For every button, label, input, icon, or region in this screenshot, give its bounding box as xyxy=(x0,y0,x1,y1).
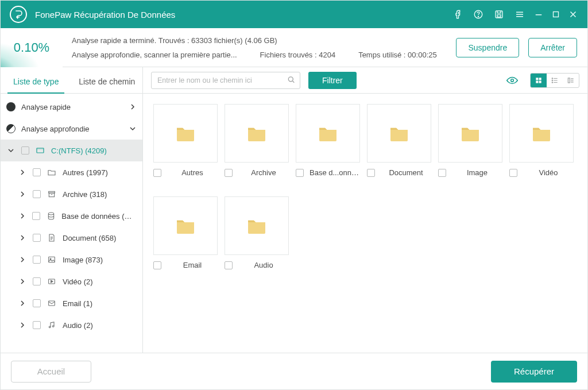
tree-item-video[interactable]: Vidéo (2) xyxy=(1,271,142,292)
content-toolbar: Filtrer xyxy=(143,67,587,94)
folder-card[interactable]: Vidéo xyxy=(509,104,574,177)
svg-point-23 xyxy=(552,80,552,80)
tree-label: Archive (318) xyxy=(63,190,107,199)
tree-label: Analyse approfondie xyxy=(21,125,90,133)
chevron-down-icon xyxy=(130,125,136,133)
svg-rect-25 xyxy=(568,78,570,82)
save-icon[interactable] xyxy=(489,1,509,28)
svg-rect-10 xyxy=(49,257,55,262)
recover-button[interactable]: Récupérer xyxy=(491,361,577,383)
tree-label: Email (1) xyxy=(63,299,92,308)
tree-item-archive[interactable]: Archive (318) xyxy=(1,183,142,205)
help-icon[interactable] xyxy=(468,1,489,28)
checkbox[interactable] xyxy=(33,168,41,176)
folder-icon xyxy=(245,121,268,146)
tab-path-list[interactable]: Liste de chemin xyxy=(72,77,143,93)
folder-thumb xyxy=(438,104,502,163)
minimize-button[interactable] xyxy=(530,1,547,28)
tree-label: Base de données (358) xyxy=(61,212,136,221)
maximize-button[interactable] xyxy=(547,1,564,28)
folder-thumb xyxy=(296,104,360,163)
svg-rect-21 xyxy=(539,80,541,83)
tree-item-email[interactable]: Email (1) xyxy=(1,292,142,314)
view-detail-button[interactable] xyxy=(563,74,579,87)
checkbox[interactable] xyxy=(509,169,517,177)
tree-label: Audio (2) xyxy=(63,321,93,330)
checkbox[interactable] xyxy=(438,169,446,177)
status-line-2: Analyse approfondie, scanner la première… xyxy=(72,51,237,59)
checkbox[interactable] xyxy=(32,212,40,220)
checkbox[interactable] xyxy=(33,277,41,285)
view-list-button[interactable] xyxy=(547,74,563,87)
tree-item-database[interactable]: Base de données (358) xyxy=(1,205,142,227)
chevron-right-icon xyxy=(18,300,27,306)
folder-label: Email xyxy=(167,261,218,269)
status-line-1: Analyse rapide a terminé. Trouvés : 6330… xyxy=(72,36,456,45)
home-button[interactable]: Accueil xyxy=(11,361,91,383)
checkbox[interactable] xyxy=(153,261,161,269)
chevron-right-icon xyxy=(18,235,27,241)
files-found: Fichiers trouvés : 4204 xyxy=(260,51,336,59)
tab-type-list[interactable]: Liste de type xyxy=(1,77,72,93)
close-button[interactable] xyxy=(564,1,582,28)
preview-icon[interactable] xyxy=(506,74,519,87)
tree-item-autres[interactable]: Autres (1997) xyxy=(1,161,142,183)
svg-rect-13 xyxy=(49,301,55,306)
view-grid-button[interactable] xyxy=(531,74,547,87)
checkbox[interactable] xyxy=(33,321,41,329)
folder-card[interactable]: Email xyxy=(153,196,218,269)
svg-rect-20 xyxy=(536,80,538,83)
stop-button[interactable]: Arrêter xyxy=(528,38,577,57)
search-input[interactable] xyxy=(151,72,300,89)
svg-rect-19 xyxy=(539,78,541,80)
checkbox[interactable] xyxy=(33,234,41,242)
folder-card[interactable]: Audio xyxy=(225,196,289,269)
svg-point-1 xyxy=(478,16,478,17)
tree-item-document[interactable]: Document (658) xyxy=(1,227,142,249)
folder-icon xyxy=(530,121,553,146)
checkbox[interactable] xyxy=(33,299,41,307)
folder-card[interactable]: Archive xyxy=(225,104,289,177)
app-title: FonePaw Récupération De Données xyxy=(35,10,175,20)
view-mode-switch xyxy=(530,73,579,88)
facebook-icon[interactable] xyxy=(447,1,468,28)
folder-card[interactable]: Base d...onnées xyxy=(296,104,360,177)
checkbox[interactable] xyxy=(225,169,233,177)
video-icon xyxy=(47,277,57,286)
svg-rect-4 xyxy=(554,12,559,17)
pause-button[interactable]: Suspendre xyxy=(456,38,519,57)
menu-icon[interactable] xyxy=(509,1,530,28)
tree-label: C:(NTFS) (4209) xyxy=(51,146,107,155)
svg-point-14 xyxy=(49,326,51,328)
folder-label: Base d...onnées xyxy=(310,168,360,177)
folder-card[interactable]: Image xyxy=(438,104,502,177)
checkbox[interactable] xyxy=(225,261,233,269)
folder-icon xyxy=(174,214,197,238)
svg-point-22 xyxy=(552,78,552,78)
folder-thumb xyxy=(225,104,289,163)
folder-icon xyxy=(459,121,482,146)
checkbox[interactable] xyxy=(33,256,41,264)
svg-rect-8 xyxy=(49,193,54,197)
drive-icon xyxy=(35,146,45,155)
email-icon xyxy=(47,299,57,308)
folder-card[interactable]: Document xyxy=(367,104,431,177)
checkbox[interactable] xyxy=(296,169,304,177)
checkbox[interactable] xyxy=(153,169,161,177)
tree-item-audio[interactable]: Audio (2) xyxy=(1,314,142,336)
checkbox[interactable] xyxy=(367,169,375,177)
tree-item-image[interactable]: Image (873) xyxy=(1,249,142,271)
checkbox[interactable] xyxy=(21,146,29,155)
database-icon xyxy=(46,211,56,221)
progress-percent: 0.10% xyxy=(14,40,49,55)
tree-label: Vidéo (2) xyxy=(63,277,93,286)
folder-card[interactable]: Autres xyxy=(153,104,218,177)
tree-deep-scan[interactable]: Analyse approfondie xyxy=(1,118,142,140)
tree-quick-scan[interactable]: Analyse rapide xyxy=(1,96,142,118)
tree-drive[interactable]: C:(NTFS) (4209) xyxy=(1,140,142,161)
svg-rect-3 xyxy=(497,15,501,17)
chevron-right-icon xyxy=(18,213,26,219)
filter-button[interactable]: Filtrer xyxy=(308,72,357,89)
checkbox[interactable] xyxy=(33,190,41,198)
tree-label: Document (658) xyxy=(63,234,116,242)
